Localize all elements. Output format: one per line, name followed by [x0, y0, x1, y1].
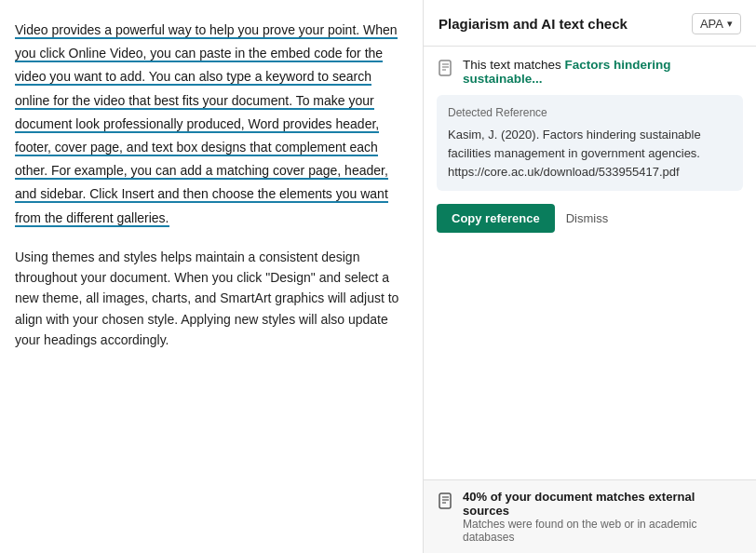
document-check-icon: [437, 492, 455, 510]
svg-rect-4: [439, 493, 451, 508]
normal-paragraph: Using themes and styles helps maintain a…: [15, 250, 398, 348]
panel-title: Plagiarism and AI text check: [439, 16, 628, 32]
match-title-text: This text matches Factors hindering sust…: [463, 58, 743, 86]
match-prefix: This text matches: [463, 58, 565, 72]
detected-reference-box: Detected Reference Kasim, J. (2020). Fac…: [437, 95, 743, 191]
highlighted-paragraph: Video provides a powerful way to help yo…: [15, 22, 398, 227]
match-header: This text matches Factors hindering sust…: [437, 58, 743, 86]
match-section: This text matches Factors hindering sust…: [424, 47, 756, 479]
right-header: Plagiarism and AI text check APA: [424, 0, 756, 47]
footer-sub-text: Matches were found on the web or in acad…: [463, 518, 743, 544]
right-panel: Plagiarism and AI text check APA This te…: [424, 0, 756, 553]
dismiss-button[interactable]: Dismiss: [566, 211, 609, 225]
detected-reference-label: Detected Reference: [448, 104, 732, 122]
apa-dropdown[interactable]: APA: [692, 13, 741, 34]
reference-text: Kasim, J. (2020). Factors hindering sust…: [448, 126, 732, 182]
copy-reference-button[interactable]: Copy reference: [437, 204, 555, 233]
right-footer: 40% of your document matches external so…: [424, 479, 756, 553]
document-icon: [437, 59, 455, 77]
footer-text-group: 40% of your document matches external so…: [463, 490, 743, 544]
footer-main-text: 40% of your document matches external so…: [463, 490, 743, 518]
action-row: Copy reference Dismiss: [437, 204, 743, 233]
left-panel: Video provides a powerful way to help yo…: [0, 0, 424, 553]
svg-rect-0: [439, 61, 451, 75]
